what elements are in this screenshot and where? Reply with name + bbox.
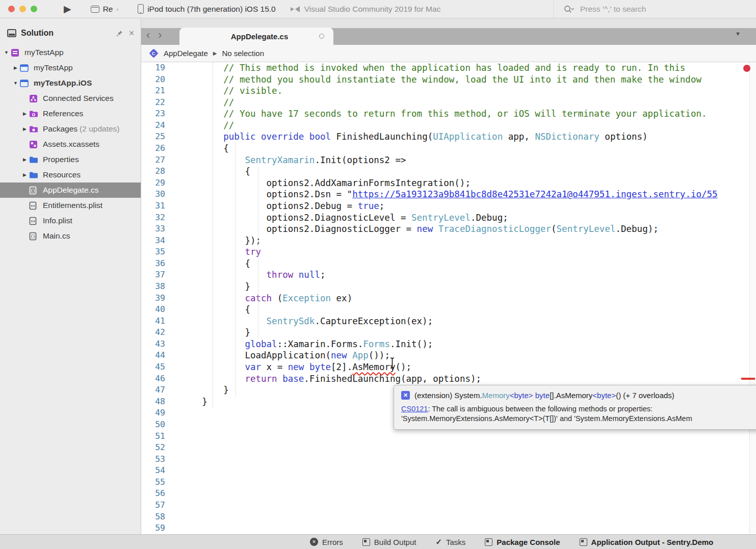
tree-item-label: AppDelegate.cs	[43, 186, 98, 195]
class-icon: C	[149, 48, 158, 58]
code-line[interactable]: 57	[141, 500, 756, 511]
tab-list-dropdown-icon[interactable]: ▼	[735, 31, 741, 37]
tree-item-label: Assets.xcassets	[43, 140, 99, 149]
code-line[interactable]: 32 options2.DiagnosticLevel = SentryLeve…	[141, 212, 756, 224]
code-line[interactable]: 23 // You have 17 seconds to return from…	[141, 108, 756, 120]
code-line[interactable]: 45 var x = new byte[2].AsMemory();	[141, 361, 756, 373]
solution-pad: Solution ✕ ▼myTestApp▶myTestApp▼myTestAp…	[0, 18, 141, 534]
code-line[interactable]: 54	[141, 465, 756, 477]
code-line[interactable]: 34 });	[141, 235, 756, 247]
tree-item-label: Connected Services	[43, 94, 114, 103]
code-line[interactable]: 19 // This method is invoked when the ap…	[141, 62, 756, 74]
disclosure-right-icon[interactable]: ▶	[20, 126, 29, 132]
solution-icon	[11, 48, 20, 57]
code-line[interactable]: 37 throw null;	[141, 269, 756, 281]
line-number: 57	[141, 500, 172, 511]
tab-appdelegate[interactable]: AppDelegate.cs	[179, 28, 333, 45]
pad-package-console[interactable]: Package Console	[485, 538, 560, 546]
tree-item-label: Properties	[43, 155, 79, 164]
code-line[interactable]: 40 {	[141, 304, 756, 316]
code-line[interactable]: 22 //	[141, 97, 756, 109]
line-number: 41	[141, 316, 172, 327]
pin-icon[interactable]	[116, 30, 123, 37]
code-line[interactable]: 46 return base.FinishedLaunching(app, op…	[141, 373, 756, 385]
code-line[interactable]: 33 options2.DiagnosticLogger = new Trace…	[141, 223, 756, 235]
disclosure-right-icon[interactable]: ▶	[11, 65, 20, 70]
close-window-icon[interactable]	[8, 6, 15, 12]
line-number: 43	[141, 338, 172, 350]
pad-application-output-sentry-demo[interactable]: Application Output - Sentry.Demo	[580, 538, 714, 546]
tree-item-mytestapp[interactable]: ▶myTestApp	[0, 60, 141, 75]
disclosure-right-icon[interactable]: ▶	[20, 157, 29, 162]
code-line[interactable]: 53	[141, 454, 756, 465]
code-file-icon: {}	[29, 186, 39, 195]
tree-item-mytestapp[interactable]: ▼myTestApp	[0, 45, 141, 60]
tree-item-label: Packages	[43, 124, 77, 134]
code-line[interactable]: 51	[141, 431, 756, 442]
code-line[interactable]: 56	[141, 488, 756, 500]
tree-item-assets-xcassets[interactable]: Assets.xcassets	[0, 137, 141, 152]
packages-folder-icon	[29, 125, 39, 134]
pad-build-output[interactable]: Build Output	[362, 538, 416, 546]
code-line[interactable]: 30 options2.Dsn = "https://5a193123a9b84…	[141, 189, 756, 200]
code-line[interactable]: 44 LoadApplication(new App());	[141, 350, 756, 361]
code-line[interactable]: 24 //	[141, 120, 756, 132]
sentry-dsn-link[interactable]: https://5a193123a9b841bc8d8e42531e7242a1…	[352, 189, 717, 199]
run-button[interactable]: ▶	[64, 4, 71, 14]
minimize-window-icon[interactable]	[19, 6, 26, 12]
code-line[interactable]: 41 SentrySdk.CaptureException(ex);	[141, 316, 756, 327]
disclosure-right-icon[interactable]: ▶	[20, 172, 29, 177]
breadcrumb-type[interactable]: AppDelegate	[164, 49, 208, 58]
editor-scrollbar[interactable]	[749, 62, 756, 534]
line-number: 47	[141, 384, 172, 396]
build-config-label: Re	[103, 5, 113, 14]
code-line[interactable]: 43 global::Xamarin.Forms.Forms.Init();	[141, 338, 756, 350]
code-line[interactable]: 26 {	[141, 143, 756, 154]
code-line[interactable]: 59	[141, 522, 756, 534]
tree-item-info-plist[interactable]: Info.plist	[0, 213, 141, 228]
pad-errors[interactable]: ✕Errors	[310, 538, 343, 546]
tree-item-resources[interactable]: ▶Resources	[0, 167, 141, 182]
tree-item-entitlements-plist[interactable]: Entitlements.plist	[0, 198, 141, 213]
tree-item-mytestapp-ios[interactable]: ▼myTestApp.iOS	[0, 75, 141, 91]
error-code-link[interactable]: CS0121	[401, 405, 428, 413]
code-line[interactable]: 58	[141, 511, 756, 523]
code-editor[interactable]: 19 // This method is invoked when the ap…	[141, 62, 756, 534]
code-line[interactable]: 27 SentryXamarin.Init(options2 =>	[141, 154, 756, 166]
pad-tasks[interactable]: ✓Tasks	[435, 537, 465, 546]
code-line[interactable]: 42 }	[141, 327, 756, 338]
disclosure-down-icon[interactable]: ▼	[2, 50, 11, 55]
svg-text:{}: {}	[30, 233, 35, 239]
code-line[interactable]: 35 try	[141, 246, 756, 258]
code-line[interactable]: 55	[141, 477, 756, 488]
code-line[interactable]: 28 {	[141, 166, 756, 177]
device-selector[interactable]: iPod touch (7th generation) iOS 15.0	[138, 4, 276, 14]
tree-item-appdelegate-cs[interactable]: {}AppDelegate.cs	[0, 182, 141, 198]
disclosure-right-icon[interactable]: ▶	[20, 111, 29, 116]
build-config-selector[interactable]: Re ›	[91, 5, 119, 14]
code-line[interactable]: 52	[141, 442, 756, 454]
disclosure-down-icon[interactable]: ▼	[11, 81, 20, 86]
code-line[interactable]: 36 {	[141, 258, 756, 270]
tree-item-main-cs[interactable]: {}Main.cs	[0, 228, 141, 244]
code-line[interactable]: 20 // method you should instantiate the …	[141, 74, 756, 86]
code-line[interactable]: 31 options2.Debug = true;	[141, 200, 756, 212]
breadcrumb-selection[interactable]: No selection	[222, 49, 264, 58]
code-line[interactable]: 25 public override bool FinishedLaunchin…	[141, 131, 756, 143]
search-field[interactable]: Press '^,' to search	[553, 0, 756, 18]
tree-item-properties[interactable]: ▶Properties	[0, 152, 141, 167]
tree-item-packages[interactable]: ▶Packages(2 updates)	[0, 121, 141, 137]
code-line[interactable]: 39 catch (Exception ex)	[141, 293, 756, 304]
code-text: });	[180, 235, 261, 247]
code-line[interactable]: 38 }	[141, 281, 756, 293]
line-number: 27	[141, 154, 172, 166]
close-pad-icon[interactable]: ✕	[128, 29, 135, 37]
code-line[interactable]: 21 // visible.	[141, 85, 756, 97]
nav-forward-icon[interactable]: ›	[158, 30, 162, 41]
code-line[interactable]: 29 options2.AddXamarinFormsIntegration()…	[141, 177, 756, 189]
zoom-window-icon[interactable]	[31, 6, 37, 12]
tree-item-references[interactable]: ▶References	[0, 106, 141, 121]
tree-item-connected-services[interactable]: Connected Services	[0, 91, 141, 106]
nav-back-icon[interactable]: ‹	[146, 30, 150, 41]
code-text: // You have 17 seconds to return from th…	[180, 108, 707, 120]
